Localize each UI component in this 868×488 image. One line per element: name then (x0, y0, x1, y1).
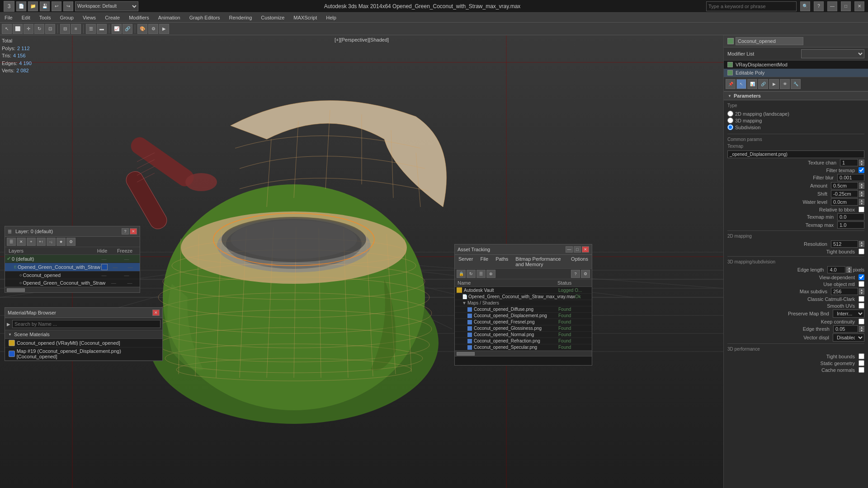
layer-row-coconut-opened[interactable]: ○ Coconut_opened — — (5, 272, 140, 279)
undo-btn[interactable]: ↩ (52, 1, 61, 11)
resolution-up[interactable]: ▲ (859, 241, 864, 244)
smooth-uvs-checkbox[interactable] (859, 303, 864, 309)
max-subdivs-down[interactable]: ▼ (859, 291, 864, 295)
workspace-select[interactable]: Workspace: Default (75, 1, 138, 11)
asset-select-btn[interactable]: ☰ (476, 270, 486, 278)
asset-h-scrollbar[interactable] (455, 351, 592, 356)
asset-row-glossiness[interactable]: Coconut_opened_Glossiness.png Found (455, 325, 592, 332)
menu-tools[interactable]: Tools (35, 13, 56, 22)
texture-chan-down[interactable]: ▼ (859, 163, 864, 166)
material-close-btn[interactable]: ✕ (152, 310, 160, 316)
asset-row-specular[interactable]: Coconut_opened_Specular.png Found (455, 344, 592, 351)
open-btn[interactable]: 📁 (28, 1, 38, 11)
asset-row-displacement[interactable]: Coconut_opened_Displacement.png Found (455, 313, 592, 319)
layer-row-coconut-straw[interactable]: E Opened_Green_Coconut_with_Straw — — (5, 263, 140, 272)
amount-down[interactable]: ▼ (859, 186, 864, 189)
graph-icon[interactable]: 📊 (747, 79, 757, 89)
amount-up[interactable]: ▲ (859, 183, 864, 186)
modifier-editable-poly[interactable]: Editable Poly (724, 69, 868, 77)
material-item-coconut[interactable]: Coconut_opened (VRayMtl) [Coconut_opened… (5, 339, 162, 347)
keep-continuity-checkbox[interactable] (859, 319, 864, 324)
close-btn[interactable]: ✕ (854, 1, 864, 11)
texture-chan-up[interactable]: ▲ (859, 160, 864, 163)
asset-vault-btn[interactable]: 🔒 (457, 270, 466, 278)
new-btn[interactable]: 📄 (16, 1, 26, 11)
layer-manager-btn[interactable]: ☰ (86, 24, 96, 34)
save-btn[interactable]: 💾 (40, 1, 50, 11)
view-dependent-checkbox[interactable] (859, 274, 864, 280)
filter-texmap-checkbox[interactable] (859, 167, 864, 173)
ribbon-btn[interactable]: ▬ (97, 24, 107, 34)
layer-select-objects-btn[interactable]: ☰ (7, 238, 16, 246)
water-level-up[interactable]: ▲ (859, 199, 864, 202)
render-setup-btn[interactable]: ⚙ (148, 24, 158, 34)
max-subdivs-up[interactable]: ▲ (859, 288, 864, 291)
edge-thresh-up[interactable]: ▲ (859, 326, 864, 329)
menu-edit[interactable]: Edit (17, 13, 35, 22)
cache-normals-checkbox[interactable] (859, 367, 864, 373)
edge-thresh-down[interactable]: ▼ (859, 329, 864, 332)
shift-input[interactable]: -0.25cm (831, 190, 858, 197)
asset-settings-btn[interactable]: ⚙ (581, 270, 590, 278)
asset-row-maps-group[interactable]: ▼ Maps / Shaders (455, 300, 592, 306)
menu-views[interactable]: Views (78, 13, 100, 22)
rotate-btn[interactable]: ↻ (34, 24, 44, 34)
asset-row-max-file[interactable]: 📄 Opened_Green_Coconut_with_Straw_max_vr… (455, 294, 592, 300)
asset-row-diffuse[interactable]: Coconut_opened_Diffuse.png Found (455, 306, 592, 313)
layer-add-btn[interactable]: + (27, 238, 36, 246)
maximize-btn[interactable]: □ (841, 1, 851, 11)
move-btn[interactable]: ✛ (24, 24, 33, 34)
vector-displ-select[interactable]: Disabled (833, 333, 864, 342)
material-panel-header[interactable]: Material/Map Browser ✕ (5, 308, 162, 318)
edge-thresh-input[interactable]: 0.05 (833, 325, 858, 333)
asset-help-btn[interactable]: ? (571, 270, 580, 278)
layer-select-highlight-btn[interactable]: ★ (57, 238, 66, 246)
layer-properties-btn[interactable]: ⚙ (66, 238, 75, 246)
texmap-max-input[interactable]: 1.0 (837, 221, 864, 229)
asset-row-normal[interactable]: Coconut_opened_Normal.png Found (455, 332, 592, 338)
resolution-input[interactable]: 512 (831, 240, 858, 248)
asset-minimize-btn[interactable]: — (566, 246, 573, 253)
hierarchy-icon[interactable]: 🔗 (758, 79, 768, 89)
asset-menu-server[interactable]: Server (455, 255, 476, 268)
water-level-down[interactable]: ▼ (859, 202, 864, 205)
modifier-vray[interactable]: VRayDisplacementMod (724, 61, 868, 69)
layer-remove-btn[interactable]: -↓ (47, 238, 56, 246)
menu-graph-editors[interactable]: Graph Editors (185, 13, 225, 22)
asset-menu-bitmap-perf[interactable]: Bitmap Performance and Memory (512, 255, 567, 268)
max-subdivs-input[interactable]: 256 (831, 288, 858, 295)
layer-row-coconut-straw2[interactable]: ○ Opened_Green_Coconut_with_Straw — — (5, 279, 140, 287)
edge-length-up[interactable]: ▲ (846, 267, 852, 270)
asset-maximize-btn[interactable]: □ (574, 246, 581, 253)
material-item-map[interactable]: Map #19 (Coconut_opened_Displacement.png… (5, 347, 162, 361)
mirror-btn[interactable]: ⊟ (60, 24, 70, 34)
use-object-mtl-checkbox[interactable] (859, 281, 864, 287)
water-level-input[interactable]: 0.0cm (831, 198, 858, 206)
asset-row-refraction[interactable]: Coconut_opened_Refraction.png Found (455, 338, 592, 344)
asset-row-fresnel[interactable]: Coconut_opened_Fresnel.png Found (455, 319, 592, 325)
menu-group[interactable]: Group (55, 13, 78, 22)
menu-maxscript[interactable]: MAXScript (289, 13, 321, 22)
object-color-swatch[interactable] (727, 38, 734, 44)
select-btn[interactable]: ↖ (2, 24, 12, 34)
edge-length-input[interactable]: 4.0 (827, 266, 845, 273)
radio-2d-mapping[interactable]: 2D mapping (landscape) (727, 111, 864, 117)
radio-3d-mapping[interactable]: 3D mapping (727, 117, 864, 123)
menu-file[interactable]: File (0, 13, 17, 22)
shift-down[interactable]: ▼ (859, 194, 864, 197)
texture-chan-input[interactable]: 1 (840, 159, 858, 166)
menu-help[interactable]: Help (321, 13, 341, 22)
layer-scrollbar[interactable] (5, 287, 140, 292)
static-geometry-checkbox[interactable] (859, 360, 864, 366)
layer-delete-btn[interactable]: ✕ (17, 238, 26, 246)
scene-materials-header[interactable]: ▼ Scene Materials (5, 330, 162, 339)
material-search-input[interactable] (12, 320, 160, 328)
tight-bounds-3d-checkbox[interactable] (859, 353, 864, 359)
align-btn[interactable]: ≡ (71, 24, 81, 34)
help-btn[interactable]: ? (814, 1, 824, 11)
menu-rendering[interactable]: Rendering (225, 13, 257, 22)
layer-panel-header[interactable]: ☰ Layer: 0 (default) ? ✕ (5, 226, 140, 237)
relative-bbox-checkbox[interactable] (859, 206, 864, 212)
schematic-btn[interactable]: 🔗 (123, 24, 132, 34)
menu-animation[interactable]: Animation (154, 13, 185, 22)
